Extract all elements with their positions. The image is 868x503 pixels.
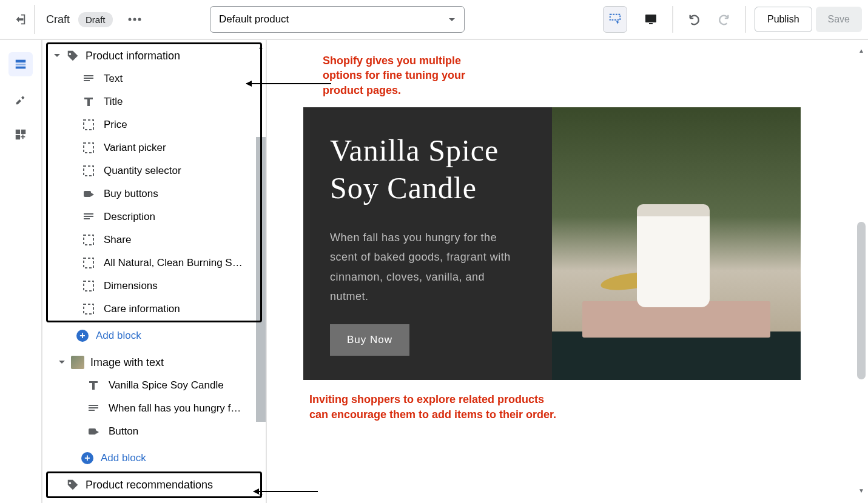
exit-icon [13, 13, 27, 26]
preview-image-with-text[interactable]: Vanilla Spice Soy Candle When fall has y… [303, 107, 801, 381]
desktop-view-button[interactable] [638, 7, 664, 32]
save-button[interactable]: Save [816, 7, 862, 32]
svg-rect-20 [89, 428, 96, 435]
inspector-icon [608, 13, 622, 26]
rail-theme-settings[interactable] [8, 87, 33, 112]
image-thumb-icon [71, 356, 84, 369]
block-item[interactable]: Dimensions [82, 275, 260, 298]
svg-rect-7 [16, 64, 26, 65]
plus-icon: + [76, 330, 89, 342]
block-item[interactable]: Variant picker [82, 136, 260, 159]
annotation-arrow-1 [246, 83, 331, 84]
svg-rect-12 [84, 120, 93, 130]
block-item[interactable]: Title [82, 90, 260, 113]
block-item[interactable]: Text [82, 67, 260, 90]
svg-rect-8 [16, 67, 26, 69]
sidebar-content: Product information TextTitlePriceVarian… [42, 40, 266, 503]
box-icon [82, 164, 95, 178]
block-label: Description [104, 211, 155, 223]
box-icon [82, 233, 95, 247]
block-label: Buy buttons [104, 188, 158, 200]
rail-sections[interactable] [8, 52, 33, 76]
svg-point-1 [133, 18, 136, 21]
block-label: Variant picker [104, 142, 166, 154]
rail-apps[interactable] [8, 122, 33, 147]
text-icon [82, 72, 95, 85]
annotation-note-1: Shopify gives you multiple options for f… [323, 53, 480, 98]
section-inspector-button[interactable] [603, 6, 627, 33]
svg-rect-10 [21, 130, 25, 134]
toolbar-right: Publish Save [638, 6, 862, 33]
block-label: Button [109, 425, 138, 438]
svg-rect-9 [16, 130, 20, 134]
section-title: Product information [86, 50, 180, 62]
redo-button[interactable] [711, 7, 736, 32]
block-item[interactable]: Button [87, 420, 260, 443]
block-label: Text [104, 73, 123, 85]
text-icon [87, 402, 100, 415]
chevron-down-icon [54, 53, 60, 59]
template-select-value: Default product [219, 13, 289, 25]
block-label: Care information [104, 303, 180, 315]
photo-candle-jar [637, 204, 710, 307]
section-product-information: Product information TextTitlePriceVarian… [46, 42, 262, 322]
box-icon [82, 141, 95, 155]
box-icon [82, 279, 95, 293]
redo-icon [717, 13, 730, 26]
add-block-button[interactable]: +Add block [42, 447, 266, 469]
section-image-with-text: Image with text Vanilla Spice Soy Candle… [46, 349, 262, 445]
block-item[interactable]: When fall has you hungry f… [87, 397, 260, 420]
card-text-panel: Vanilla Spice Soy Candle When fall has y… [303, 107, 552, 381]
section-title: Image with text [90, 356, 164, 369]
block-item[interactable]: Price [82, 113, 260, 136]
block-item[interactable]: Buy buttons [82, 182, 260, 205]
undo-button[interactable] [682, 7, 707, 32]
preview-pane: ▲ ▼ Shopify gives you multiple options f… [267, 40, 868, 503]
section-product-recommendations[interactable]: Product recommendations [46, 471, 262, 498]
svg-rect-4 [645, 15, 656, 22]
buy-icon [87, 425, 100, 438]
photo-table [552, 331, 801, 380]
back-button[interactable] [6, 5, 35, 34]
more-menu[interactable] [124, 8, 146, 30]
plus-icon: + [81, 452, 93, 464]
section-header[interactable]: Product information [48, 44, 260, 67]
preview-scroll-down[interactable]: ▼ [857, 487, 866, 496]
tag-icon [66, 49, 79, 62]
preview-scrollbar[interactable] [857, 222, 866, 379]
divider [672, 6, 673, 33]
block-item[interactable]: Vanilla Spice Soy Candle [87, 374, 260, 397]
section-header[interactable]: Image with text [48, 351, 260, 374]
add-block-button[interactable]: +Add block [42, 325, 266, 347]
section-items: TextTitlePriceVariant pickerQuantity sel… [48, 67, 260, 321]
block-item[interactable]: All Natural, Clean Burning S… [82, 252, 260, 275]
product-title: Vanilla Spice Soy Candle [330, 132, 525, 207]
top-toolbar: Craft Draft Default product Publish Save [0, 0, 868, 40]
svg-rect-13 [84, 143, 93, 153]
svg-rect-16 [84, 235, 93, 245]
title-icon [82, 95, 95, 108]
block-item[interactable]: Description [82, 205, 260, 228]
svg-point-0 [128, 18, 131, 21]
chevron-down-icon [448, 16, 456, 23]
block-item[interactable]: Care information [82, 298, 260, 321]
undo-icon [688, 13, 701, 26]
left-rail [0, 40, 42, 503]
ellipsis-icon [128, 18, 141, 21]
block-label: When fall has you hungry f… [109, 402, 241, 415]
box-icon [82, 302, 95, 316]
block-item[interactable]: Quantity selector [82, 159, 260, 182]
block-item[interactable]: Share [82, 228, 260, 252]
buy-now-button[interactable]: Buy Now [330, 324, 409, 356]
title-icon [87, 379, 100, 392]
block-label: Title [104, 96, 123, 108]
svg-rect-17 [84, 258, 93, 268]
svg-rect-15 [84, 191, 91, 197]
publish-button[interactable]: Publish [755, 7, 812, 32]
sections-icon [14, 58, 27, 71]
block-label: Quantity selector [104, 165, 181, 177]
text-icon [82, 210, 95, 224]
template-select[interactable]: Default product [210, 6, 465, 33]
preview-scroll-up[interactable]: ▲ [857, 47, 866, 56]
main-area: ▲ ▼ Product information TextTitlePriceVa… [0, 40, 868, 503]
